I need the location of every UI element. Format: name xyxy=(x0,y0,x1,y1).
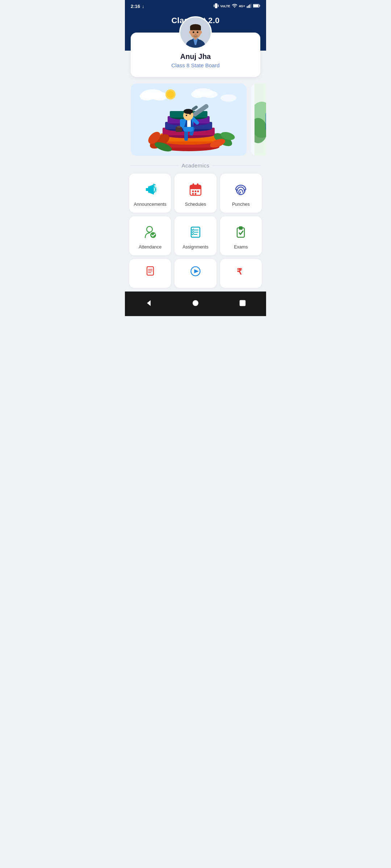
announcements-label: Announcements xyxy=(134,202,166,207)
exams-icon xyxy=(233,224,249,240)
svg-point-83 xyxy=(194,191,196,192)
svg-rect-2 xyxy=(218,5,218,7)
profile-card: Anuj Jha Class 8 State Board xyxy=(131,33,260,77)
academics-label: Academics xyxy=(182,162,210,169)
punches-icon xyxy=(233,182,249,197)
avatar-wrapper xyxy=(138,16,253,49)
svg-point-84 xyxy=(197,191,199,192)
svg-marker-75 xyxy=(154,184,156,186)
grid-item-punches[interactable]: Punches xyxy=(220,174,262,213)
academics-section-header: Academics xyxy=(125,162,266,169)
banner-card-partial[interactable] xyxy=(251,84,266,156)
svg-point-66 xyxy=(184,109,193,114)
rupee-icon: ₹ xyxy=(234,265,247,279)
svg-point-19 xyxy=(193,31,194,33)
svg-point-71 xyxy=(255,118,266,143)
svg-point-28 xyxy=(152,92,168,101)
svg-rect-95 xyxy=(239,227,242,229)
grid-item-schedules[interactable]: Schedules xyxy=(175,174,216,213)
svg-rect-18 xyxy=(190,27,201,30)
svg-marker-103 xyxy=(147,300,151,306)
svg-rect-9 xyxy=(259,5,260,7)
nav-recent-button[interactable] xyxy=(235,296,250,310)
svg-point-31 xyxy=(203,91,218,98)
assignments-label: Assignments xyxy=(182,244,209,250)
svg-rect-8 xyxy=(253,4,258,7)
punches-label: Punches xyxy=(232,202,250,207)
svg-rect-53 xyxy=(184,131,188,141)
exams-label: Exams xyxy=(234,244,248,250)
wifi-icon xyxy=(232,3,237,9)
svg-text:₹: ₹ xyxy=(237,267,243,276)
download-icon: ↓ xyxy=(142,4,144,9)
nav-back-button[interactable] xyxy=(141,296,156,310)
svg-rect-1 xyxy=(214,5,214,7)
svg-rect-3 xyxy=(247,6,248,8)
svg-rect-105 xyxy=(240,300,246,306)
play-icon xyxy=(189,265,202,279)
grid-item-announcements[interactable]: Announcements xyxy=(129,174,171,213)
banner-card-main[interactable] xyxy=(131,84,247,156)
academics-grid-row1: Announcements Schedules xyxy=(125,174,266,213)
svg-rect-81 xyxy=(197,183,198,186)
svg-rect-0 xyxy=(215,3,217,8)
svg-point-86 xyxy=(194,193,196,195)
svg-rect-4 xyxy=(248,5,249,8)
status-left: 2:16 ↓ xyxy=(131,4,144,9)
bottom-navigation xyxy=(125,292,266,316)
battery-icon xyxy=(253,4,260,9)
schedules-icon xyxy=(188,182,203,197)
partial-item-fees[interactable]: ₹ xyxy=(220,259,262,288)
avatar xyxy=(179,16,212,49)
svg-point-67 xyxy=(186,115,187,116)
svg-point-104 xyxy=(193,300,198,306)
svg-rect-72 xyxy=(265,112,266,131)
svg-rect-60 xyxy=(176,127,182,132)
volte-label: VoLTE xyxy=(220,4,230,8)
attendance-icon xyxy=(142,224,158,240)
section-line-left xyxy=(131,165,179,166)
grid-item-attendance[interactable]: Attendance xyxy=(129,216,171,255)
user-class: Class 8 State Board xyxy=(138,62,253,68)
partial-item-play[interactable] xyxy=(175,259,216,288)
grid-item-exams[interactable]: Exams xyxy=(220,216,262,255)
attendance-label: Attendance xyxy=(139,244,161,250)
signal-icon xyxy=(247,3,252,9)
user-name: Anuj Jha xyxy=(138,52,253,61)
svg-rect-74 xyxy=(153,184,154,186)
svg-point-20 xyxy=(197,31,198,33)
svg-rect-61 xyxy=(177,126,181,128)
svg-point-23 xyxy=(189,31,191,33)
time-display: 2:16 xyxy=(131,4,140,9)
svg-point-82 xyxy=(192,191,194,192)
network-label: 4G+ xyxy=(239,4,245,8)
grid-item-assignments[interactable]: Assignments xyxy=(175,216,216,255)
nav-home-button[interactable] xyxy=(188,296,203,310)
svg-rect-5 xyxy=(249,5,250,8)
academics-grid-row2: Attendance Assignments xyxy=(125,216,266,255)
svg-point-34 xyxy=(167,91,174,98)
vibrate-icon xyxy=(213,3,219,9)
partial-item-notes[interactable] xyxy=(129,259,171,288)
svg-rect-6 xyxy=(251,4,251,8)
assignments-icon xyxy=(188,224,203,240)
notes-icon xyxy=(144,265,157,279)
svg-point-30 xyxy=(191,91,204,98)
svg-point-87 xyxy=(147,226,152,232)
status-bar: 2:16 ↓ VoLTE 4G+ xyxy=(125,0,266,12)
svg-point-88 xyxy=(150,232,156,238)
schedules-label: Schedules xyxy=(185,202,206,207)
partial-items-row: ₹ xyxy=(125,259,266,288)
svg-point-24 xyxy=(200,31,202,33)
banner-illustration xyxy=(131,84,247,156)
svg-rect-80 xyxy=(193,183,194,186)
section-line-right xyxy=(212,165,260,166)
banner-section[interactable] xyxy=(125,84,266,156)
svg-rect-77 xyxy=(190,185,201,189)
svg-point-85 xyxy=(192,193,194,195)
announcements-icon xyxy=(142,182,158,197)
svg-point-68 xyxy=(189,113,191,115)
status-right: VoLTE 4G+ xyxy=(213,3,260,9)
profile-card-wrapper: Anuj Jha Class 8 State Board xyxy=(125,33,266,77)
svg-point-22 xyxy=(193,35,198,38)
